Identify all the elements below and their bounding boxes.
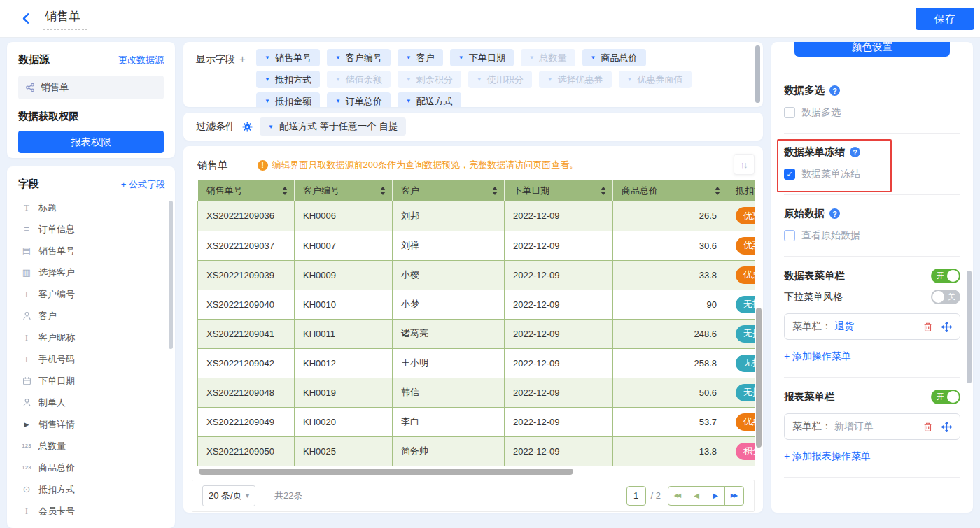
field-item[interactable]: T标题: [18, 197, 165, 218]
report-menu-item[interactable]: 菜单栏： 新增订单: [784, 413, 960, 440]
datasource-item[interactable]: 销售单: [18, 76, 164, 99]
menu-freeze-checkbox-row[interactable]: ✓ 数据菜单冻结: [784, 168, 960, 180]
raw-data-checkbox-row[interactable]: 查看原始数据: [784, 229, 960, 242]
filter-condition-chip[interactable]: ▼ 配送方式 等于任意一个 自提: [260, 117, 406, 136]
raw-data-title: 原始数据: [784, 207, 825, 220]
sort-arrows-icon[interactable]: [282, 187, 288, 195]
field-item[interactable]: 客户: [18, 305, 165, 327]
trash-icon[interactable]: [923, 422, 933, 432]
display-field-chip[interactable]: ▼销售单号: [256, 49, 320, 66]
sort-arrows-icon[interactable]: [601, 187, 606, 195]
display-field-chip[interactable]: ▼订单总价: [327, 92, 391, 107]
display-field-chip[interactable]: ▼抵扣方式: [256, 71, 320, 88]
first-page-button[interactable]: ◀◀: [668, 486, 687, 506]
display-field-chip[interactable]: ▼总数量: [521, 49, 575, 66]
field-item[interactable]: I会员卡号: [18, 500, 165, 522]
trash-icon[interactable]: [923, 322, 933, 332]
report-permission-button[interactable]: 报表权限: [18, 131, 164, 153]
table-row[interactable]: XS20221209041KH0011诸葛亮2022-12-09248.6无抵扣: [198, 319, 755, 348]
display-field-chip[interactable]: ▼优惠券面值: [619, 71, 692, 88]
display-field-chip[interactable]: ▼客户: [398, 49, 443, 66]
display-field-chip[interactable]: ▼储值余额: [327, 71, 391, 88]
report-menu-section: 报表菜单栏 开 菜单栏： 新增订单 + 添加报表操作菜单: [784, 378, 960, 477]
deduction-badge: 积分抵扣: [736, 443, 755, 460]
cell-customer-no: KH0025: [295, 436, 393, 466]
table-row[interactable]: XS20221209048KH0019韩信2022-12-0950.6无抵扣: [198, 378, 755, 407]
table-row[interactable]: XS20221209049KH0020李白2022-12-0953.7优惠券: [198, 407, 755, 436]
chip-label: 下单日期: [469, 52, 505, 64]
multi-select-checkbox-row[interactable]: 数据多选: [784, 106, 960, 119]
display-field-chip[interactable]: ▼使用积分: [468, 71, 532, 88]
display-field-chip[interactable]: ▼商品总价: [582, 49, 646, 66]
page-number-input[interactable]: 1: [626, 486, 646, 506]
display-field-chip[interactable]: ▼配送方式: [398, 92, 461, 107]
add-action-menu-link[interactable]: + 添加操作菜单: [784, 350, 851, 363]
table-row[interactable]: XS20221209037KH0007刘禅2022-12-0930.6优惠券: [198, 231, 755, 260]
sort-arrows-icon[interactable]: [380, 187, 386, 195]
checkbox-unchecked[interactable]: [784, 107, 795, 118]
display-field-chip[interactable]: ▼客户编号: [327, 49, 391, 66]
number-icon: 123: [21, 464, 32, 471]
help-icon[interactable]: ?: [850, 147, 860, 157]
menu-freeze-title: 数据菜单冻结: [784, 145, 845, 159]
display-field-chip[interactable]: ▼下单日期: [450, 49, 514, 66]
back-button[interactable]: [18, 11, 34, 27]
field-item[interactable]: 下单日期: [18, 370, 165, 392]
display-field-chip[interactable]: ▼剩余积分: [398, 71, 461, 88]
sort-arrows-icon[interactable]: [715, 187, 720, 195]
fields-scrollbar[interactable]: [169, 201, 173, 349]
help-icon[interactable]: ?: [830, 208, 840, 219]
field-item[interactable]: ▥选择客户: [18, 262, 165, 283]
prev-page-button[interactable]: ◀: [687, 486, 706, 506]
settings-scrollbar[interactable]: [967, 271, 972, 383]
change-datasource-link[interactable]: 更改数据源: [118, 54, 164, 66]
field-item[interactable]: 制单人: [18, 392, 165, 413]
report-menu-toggle-on[interactable]: 开: [931, 390, 960, 404]
table-row[interactable]: XS20221209042KH0012王小明2022-12-09258.8无抵扣: [198, 348, 755, 378]
field-item[interactable]: ▤销售单号: [18, 240, 165, 262]
chevron-down-icon: ▼: [335, 55, 341, 61]
chip-label: 商品总价: [601, 52, 638, 64]
next-page-button[interactable]: ▶: [706, 486, 725, 506]
checkbox-checked[interactable]: ✓: [784, 169, 795, 180]
table-menu-item[interactable]: 菜单栏： 退货: [784, 313, 960, 340]
field-item[interactable]: ⊙抵扣方式: [18, 478, 165, 500]
color-settings-button[interactable]: 颜色设置: [794, 42, 950, 57]
page-size-select[interactable]: 20 条/页 ▾: [202, 485, 255, 506]
display-field-chip[interactable]: ▼选择优惠券: [539, 71, 612, 88]
menu-item-value[interactable]: 新增订单: [834, 420, 874, 433]
display-field-chip[interactable]: ▼抵扣金额: [256, 92, 320, 107]
menu-item-value[interactable]: 退货: [834, 320, 854, 333]
table-menu-toggle-on[interactable]: 开: [931, 269, 960, 283]
table-h-scrollbar[interactable]: [199, 469, 573, 475]
display-fields-scrollbar[interactable]: [755, 45, 760, 103]
field-item[interactable]: 123商品总价: [18, 457, 165, 478]
field-item[interactable]: I客户昵称: [18, 327, 165, 348]
add-display-field-button[interactable]: +: [239, 52, 246, 64]
checkbox-unchecked[interactable]: [784, 230, 795, 241]
sort-toggle-button[interactable]: ↑↓: [734, 154, 755, 175]
field-item[interactable]: ≡订单信息: [18, 218, 165, 240]
field-item[interactable]: I手机号码: [18, 348, 165, 370]
field-item[interactable]: I客户编号: [18, 283, 165, 305]
table-row[interactable]: XS20221209040KH0010小梦2022-12-0990无抵扣: [198, 290, 755, 319]
add-report-action-menu-link[interactable]: + 添加报表操作菜单: [784, 450, 871, 463]
field-item[interactable]: ▶销售详情: [18, 413, 165, 435]
last-page-button[interactable]: ▶▶: [724, 486, 744, 506]
save-button[interactable]: 保存: [916, 8, 974, 30]
move-icon[interactable]: [941, 422, 952, 432]
divider: [784, 477, 960, 478]
sort-arrows-icon[interactable]: [492, 187, 498, 195]
chevron-down-icon: ▼: [406, 55, 412, 61]
table-row[interactable]: XS20221209036KH0006刘邦2022-12-0926.5优惠券: [198, 201, 755, 231]
add-formula-field-link[interactable]: + 公式字段: [121, 178, 165, 191]
help-icon[interactable]: ?: [830, 85, 840, 96]
table-row[interactable]: XS20221209050KH0025简务帅2022-12-0913.8积分抵扣: [198, 436, 755, 466]
move-icon[interactable]: [941, 322, 952, 332]
table-row[interactable]: XS20221209039KH0009小樱2022-12-0933.8优惠券: [198, 260, 755, 290]
gear-icon[interactable]: [242, 122, 253, 132]
dropdown-style-toggle-off[interactable]: 关: [931, 290, 960, 304]
deduction-badge: 优惠券: [736, 266, 755, 284]
table-v-scrollbar[interactable]: [756, 308, 762, 448]
field-item[interactable]: 123总数量: [18, 435, 165, 457]
